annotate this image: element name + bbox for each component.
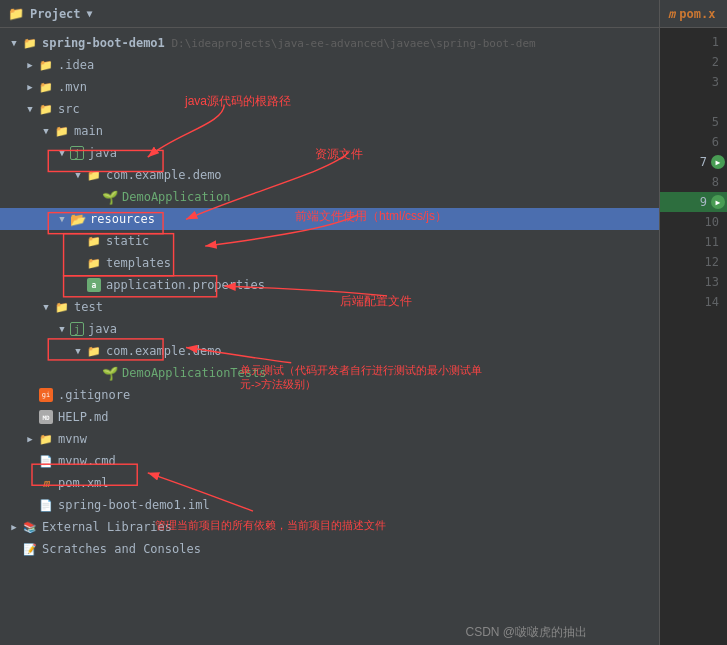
arrow-java-main [56, 147, 68, 159]
item-name-resources: resources [90, 212, 155, 226]
folder-icon-com-example-test: 📁 [86, 343, 102, 359]
arrow-mvnw [24, 433, 36, 445]
arrow-root [8, 37, 20, 49]
run-arrow-7[interactable]: ▶ [711, 155, 725, 169]
item-name-mvnw: mvnw [58, 432, 87, 446]
panel-title: Project [30, 7, 81, 21]
mvnw-cmd-icon: 📄 [38, 453, 54, 469]
item-name-root: spring-boot-demo1 [42, 36, 165, 50]
line-7[interactable]: 7 ▶ [660, 152, 727, 172]
arrow-idea [24, 59, 36, 71]
folder-icon: 📁 [8, 6, 24, 21]
tree-item-mvnw-cmd[interactable]: 📄 mvnw.cmd [0, 450, 659, 472]
line-4 [660, 92, 727, 112]
folder-icon-main: 📁 [54, 123, 70, 139]
item-name-iml: spring-boot-demo1.iml [58, 498, 210, 512]
tree-item-root[interactable]: 📁 spring-boot-demo1 D:\ideaprojects\java… [0, 32, 659, 54]
item-name-app-props: application.properties [106, 278, 265, 292]
line-13: 13 [660, 272, 727, 292]
tree-item-help-md[interactable]: MD HELP.md [0, 406, 659, 428]
item-name-com-example: com.example.demo [106, 168, 222, 182]
tree-item-java-test[interactable]: j java [0, 318, 659, 340]
item-name-src: src [58, 102, 80, 116]
tree-item-java-main[interactable]: j java [0, 142, 659, 164]
arrow-resources [56, 213, 68, 225]
item-path-root: D:\ideaprojects\java-ee-advanced\javaee\… [165, 37, 536, 50]
tree-item-templates[interactable]: 📁 templates [0, 252, 659, 274]
arrow-src [24, 103, 36, 115]
scratches-icon: 📝 [22, 541, 38, 557]
item-name-pom-xml: pom.xml [58, 476, 109, 490]
folder-icon-resources: 📂 [70, 211, 86, 227]
iml-icon: 📄 [38, 497, 54, 513]
tree-item-test[interactable]: 📁 test [0, 296, 659, 318]
item-name-java-main: java [88, 146, 117, 160]
arrow-test [40, 301, 52, 313]
spring-icon-demo-app-tests: 🌱 [102, 365, 118, 381]
item-name-gitignore: .gitignore [58, 388, 130, 402]
dropdown-icon[interactable]: ▼ [87, 8, 93, 19]
folder-icon-mvn: 📁 [38, 79, 54, 95]
pom-title: pom.x [679, 7, 715, 21]
pom-icon: m [38, 475, 54, 491]
line-14: 14 [660, 292, 727, 312]
tree-item-mvn[interactable]: 📁 .mvn [0, 76, 659, 98]
folder-icon-mvnw: 📁 [38, 431, 54, 447]
line-2: 2 [660, 52, 727, 72]
item-name-mvnw-cmd: mvnw.cmd [58, 454, 116, 468]
tree-item-static[interactable]: 📁 static [0, 230, 659, 252]
item-name-templates: templates [106, 256, 171, 270]
libs-icon: 📚 [22, 519, 38, 535]
line-9[interactable]: 9 ▶ [660, 192, 727, 212]
item-name-demo-app-tests: DemoApplicationTests [122, 366, 267, 380]
item-name-java-test: java [88, 322, 117, 336]
item-name-mvn: .mvn [58, 80, 87, 94]
line-3: 3 [660, 72, 727, 92]
tree-item-src[interactable]: 📁 src [0, 98, 659, 120]
tree-item-mvnw[interactable]: 📁 mvnw [0, 428, 659, 450]
file-tree-panel: 📁 Project ▼ 📁 spring-boot-demo1 D:\ideap… [0, 0, 660, 645]
tree-item-pom-xml[interactable]: m pom.xml [0, 472, 659, 494]
item-name-help-md: HELP.md [58, 410, 109, 424]
tree-item-gitignore[interactable]: gi .gitignore [0, 384, 659, 406]
line-10: 10 [660, 212, 727, 232]
tree-item-com-example[interactable]: 📁 com.example.demo [0, 164, 659, 186]
folder-icon-com-example: 📁 [86, 167, 102, 183]
folder-icon-test: 📁 [54, 299, 70, 315]
folder-icon-static: 📁 [86, 233, 102, 249]
tree-item-scratches[interactable]: 📝 Scratches and Consoles [0, 538, 659, 560]
props-icon: a [86, 277, 102, 293]
arrow-mvn [24, 81, 36, 93]
tree-item-com-example-test[interactable]: 📁 com.example.demo [0, 340, 659, 362]
pom-file-tab[interactable]: m pom.x [660, 0, 727, 28]
line-5: 5 [660, 112, 727, 132]
line-12: 12 [660, 252, 727, 272]
tree-item-demo-app[interactable]: 🌱 DemoApplication [0, 186, 659, 208]
line-8: 8 [660, 172, 727, 192]
tree-item-demo-app-tests[interactable]: 🌱 DemoApplicationTests [0, 362, 659, 384]
folder-icon-idea: 📁 [38, 57, 54, 73]
item-name-test: test [74, 300, 103, 314]
folder-icon-java-main: j [70, 146, 84, 160]
csdn-credit: CSDN @啵啵虎的抽出 [465, 624, 587, 641]
arrow-external-libs [8, 521, 20, 533]
folder-icon-root: 📁 [22, 35, 38, 51]
tree-item-main[interactable]: 📁 main [0, 120, 659, 142]
tree-item-app-props[interactable]: a application.properties [0, 274, 659, 296]
item-name-main: main [74, 124, 103, 138]
folder-icon-src: 📁 [38, 101, 54, 117]
spring-icon-demo-app: 🌱 [102, 189, 118, 205]
tree-item-external-libs[interactable]: 📚 External Libraries [0, 516, 659, 538]
item-name-external-libs: External Libraries [42, 520, 172, 534]
gitignore-icon: gi [38, 387, 54, 403]
arrow-com-example [72, 169, 84, 181]
tree-item-iml[interactable]: 📄 spring-boot-demo1.iml [0, 494, 659, 516]
run-arrow-9[interactable]: ▶ [711, 195, 725, 209]
file-tree[interactable]: 📁 spring-boot-demo1 D:\ideaprojects\java… [0, 28, 659, 645]
folder-icon-java-test: j [70, 322, 84, 336]
pom-m-icon: m [668, 7, 675, 21]
folder-icon-templates: 📁 [86, 255, 102, 271]
tree-item-idea[interactable]: 📁 .idea [0, 54, 659, 76]
line-11: 11 [660, 232, 727, 252]
tree-item-resources[interactable]: 📂 resources [0, 208, 659, 230]
